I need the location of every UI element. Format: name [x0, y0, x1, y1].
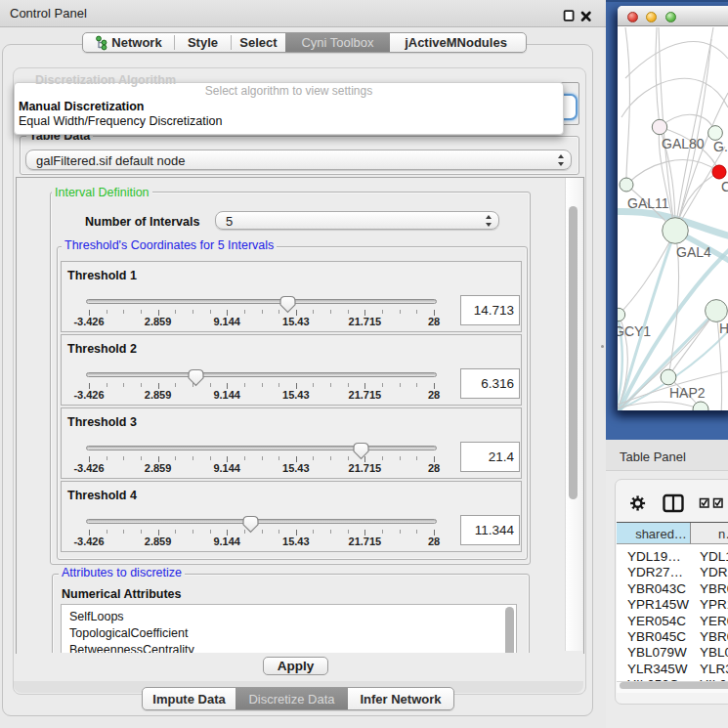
svg-text:H: H — [719, 321, 728, 336]
svg-text:GAL11: GAL11 — [627, 195, 669, 211]
svg-text:HAP2: HAP2 — [669, 385, 706, 401]
svg-text:GAL4: GAL4 — [676, 244, 711, 260]
svg-text:G.: G. — [713, 139, 728, 154]
svg-text:C: C — [721, 179, 728, 194]
svg-text:GAL80: GAL80 — [662, 136, 705, 151]
svg-text:GCY1: GCY1 — [618, 323, 651, 339]
